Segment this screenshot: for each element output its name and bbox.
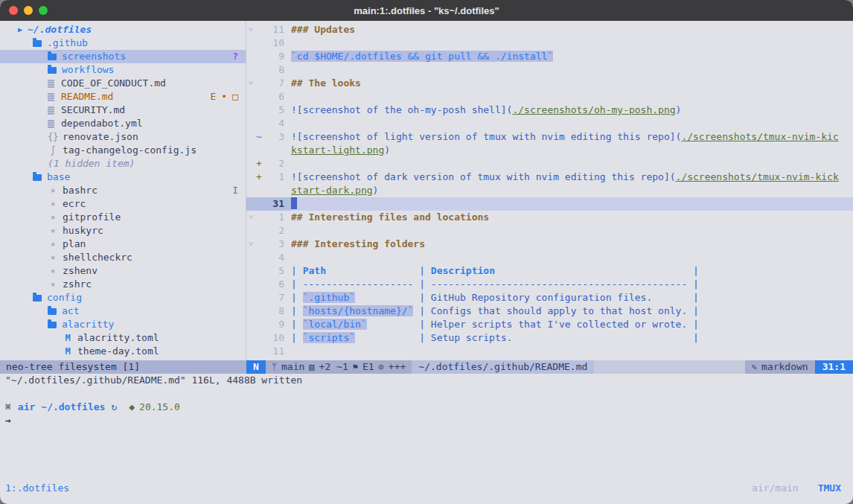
editor-line[interactable]: +1![screenshot of dark version of tmux w…: [246, 170, 853, 184]
tree-dir-screenshots[interactable]: screenshots?: [0, 50, 246, 63]
fold-open-icon[interactable]: ˅: [246, 237, 255, 251]
editor-line[interactable]: 9| `local/bin` | Helper scripts that I'v…: [246, 318, 853, 331]
editor-line[interactable]: 10: [246, 36, 853, 50]
editor-line[interactable]: 9`cd $HOME/.dotfiles && git pull && ./in…: [246, 50, 853, 63]
editor-line[interactable]: 2: [246, 224, 853, 237]
line-number: 6: [263, 90, 291, 103]
tree-dir-config[interactable]: config: [0, 291, 246, 304]
tree-file-alacritty-toml[interactable]: Malacritty.toml: [0, 331, 246, 345]
tree-item-label: bashrc: [63, 184, 98, 197]
text-span: |: [291, 305, 303, 316]
document-icon: [48, 93, 54, 101]
text-span: |: [495, 265, 699, 276]
editor-line[interactable]: 31: [246, 197, 853, 211]
line-text: [291, 345, 853, 358]
gutter: [246, 144, 291, 157]
tree-file-ecrc[interactable]: ∗ecrc: [0, 197, 246, 211]
tree-item-label: README.md: [61, 90, 113, 103]
editor-buffer[interactable]: ˅11### Updates109`cd $HOME/.dotfiles && …: [246, 21, 853, 360]
tree-file-plan[interactable]: ∗plan: [0, 237, 246, 251]
tree-file-renovate-json[interactable]: {}renovate.json: [0, 130, 246, 144]
text-span: |: [326, 265, 431, 276]
editor-line[interactable]: 10| `scripts` | Setup scripts. |: [246, 331, 853, 345]
editor-line[interactable]: 6| ------------------- | ---------------…: [246, 278, 853, 291]
editor-line[interactable]: 4: [246, 117, 853, 130]
shell-area[interactable]: ⌘air~/.dotfiles↻◆20.15.0 →: [0, 387, 853, 480]
tree-file-code-of-conduct-md[interactable]: CODE_OF_CONDUCT.md: [0, 77, 246, 90]
tmux-window-item[interactable]: 1:.dotfiles: [5, 482, 69, 495]
editor-line[interactable]: kstart-light.png): [246, 144, 853, 157]
fold-open-icon[interactable]: ˅: [246, 77, 255, 90]
editor-line[interactable]: ˅3### Interesting folders: [246, 237, 853, 251]
tree-dir-act[interactable]: act: [0, 304, 246, 318]
inline-code: `cd $HOME/.dotfiles && git pull && ./ins…: [291, 51, 553, 62]
tree-file-readme-md[interactable]: README.mdE•□: [0, 90, 246, 103]
tree-file-gitprofile[interactable]: ∗gitprofile: [0, 211, 246, 224]
tree-file-zshrc[interactable]: ∗zshrc: [0, 278, 246, 291]
line-text: | `.github` | GitHub Repository configur…: [291, 291, 853, 304]
line-number: 4: [263, 251, 291, 264]
asterisk-icon: ∗: [48, 251, 58, 264]
text-span: ![screenshot of dark version of tmux wit…: [291, 171, 676, 182]
statusline-fill: [594, 360, 745, 374]
editor-line[interactable]: ~3![screenshot of light version of tmux …: [246, 130, 853, 144]
fold-open-icon[interactable]: ˅: [246, 23, 255, 36]
editor-line[interactable]: 8| `hosts/{hostname}/` | Configs that sh…: [246, 304, 853, 318]
tree-file-security-md[interactable]: SECURITY.md: [0, 103, 246, 117]
folder-icon: [48, 308, 57, 315]
tree-item-label: dependabot.yml: [61, 117, 143, 130]
editor-line[interactable]: 8: [246, 63, 853, 77]
tree-file-theme-day-toml[interactable]: Mtheme-day.toml: [0, 345, 246, 358]
modified-dot-badge: •: [221, 90, 227, 103]
line-number: 31: [263, 197, 291, 211]
tree-file-bashrc[interactable]: ∗bashrcI: [0, 184, 246, 197]
editor-line[interactable]: start-dark.png): [246, 184, 853, 197]
editor-line[interactable]: 4: [246, 251, 853, 264]
editor-line[interactable]: ˅11### Updates: [246, 23, 853, 36]
tree-dir-github[interactable]: .github: [0, 36, 246, 50]
tree-file-zshenv[interactable]: ∗zshenv: [0, 264, 246, 278]
text-span: |: [291, 292, 303, 303]
tree-dir-dotfiles[interactable]: ▶~/.dotfiles: [0, 23, 246, 36]
editor-line[interactable]: 5![screenshot of the oh-my-posh shell](.…: [246, 103, 853, 117]
fold-open-icon[interactable]: ˅: [246, 211, 255, 224]
markdown-heading: ### Interesting folders: [291, 238, 425, 249]
tree-dir-alacritty[interactable]: alacritty: [0, 318, 246, 331]
tree-file-huskyrc[interactable]: ∗huskyrc: [0, 224, 246, 237]
shell-prompt: ⌘air~/.dotfiles↻◆20.15.0: [5, 401, 853, 414]
tree-file-tag-changelog-config-js[interactable]: ʃtag-changelog-config.js: [0, 144, 246, 157]
maximize-button[interactable]: [39, 6, 48, 15]
prompt-line-2: →: [5, 414, 853, 427]
line-number: 10: [263, 36, 291, 50]
editor-line[interactable]: 5| Path | Description |: [246, 264, 853, 278]
editor-line[interactable]: +2: [246, 157, 853, 170]
markdown-link: ./screenshots/oh-my-posh.png: [512, 104, 675, 115]
editor-line[interactable]: ˅1## Interesting files and locations: [246, 211, 853, 224]
neo-tree-panel[interactable]: ▶~/.dotfiles.githubscreenshots?workflows…: [0, 21, 246, 360]
tmux-label: TMUX: [818, 482, 841, 495]
editor-line[interactable]: ˅7## The looks: [246, 77, 853, 90]
line-number: 9: [263, 318, 291, 331]
toml-icon: M: [63, 345, 73, 358]
tree-item-label: ecrc: [63, 197, 86, 211]
tree-note-1-hidden-item[interactable]: (1 hidden item): [0, 157, 246, 170]
line-text: [291, 224, 853, 237]
text-span: |: [291, 265, 303, 276]
tree-item-label: SECURITY.md: [61, 103, 125, 117]
tree-file-shellcheckrc[interactable]: ∗shellcheckrc: [0, 251, 246, 264]
line-text: [291, 117, 853, 130]
tree-item-label: shellcheckrc: [63, 251, 132, 264]
text-cursor: [291, 197, 297, 209]
editor-line[interactable]: 6: [246, 90, 853, 103]
tree-file-dependabot-yml[interactable]: dependabot.yml: [0, 117, 246, 130]
tree-dir-base[interactable]: base: [0, 170, 246, 184]
text-span: |: [291, 319, 303, 330]
gutter: 5: [246, 264, 291, 278]
close-button[interactable]: [9, 6, 18, 15]
editor-line[interactable]: 7| `.github` | GitHub Repository configu…: [246, 291, 853, 304]
minimize-button[interactable]: [24, 6, 33, 15]
editor-line[interactable]: 11: [246, 345, 853, 358]
line-text: | ------------------- | ----------------…: [291, 278, 853, 291]
tree-item-label: tag-changelog-config.js: [63, 144, 197, 157]
tree-dir-workflows[interactable]: workflows: [0, 63, 246, 77]
